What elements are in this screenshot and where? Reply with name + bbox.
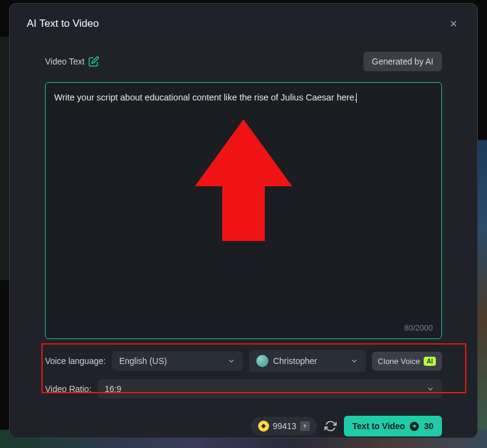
credits-icon: [258, 421, 269, 432]
language-value: English (US): [119, 356, 167, 366]
add-credits-button[interactable]: +: [300, 421, 310, 431]
chevron-down-icon: [227, 357, 236, 365]
voice-language-label: Voice language:: [45, 356, 106, 366]
modal-footer: 99413 + Text to Video 30: [27, 416, 460, 436]
generated-by-ai-button[interactable]: Generated by AI: [363, 52, 442, 71]
modal-content: Video Text Generated by AI Write your sc…: [27, 52, 460, 399]
clone-voice-label: Clone Voice: [378, 357, 420, 366]
video-ratio-label: Video Ratio:: [45, 384, 91, 394]
chevron-down-icon: [350, 357, 359, 365]
background-sidebar-fragment: [0, 37, 9, 280]
credits-pill[interactable]: 99413 +: [251, 417, 317, 435]
voice-name: Christopher: [273, 356, 317, 366]
character-count: 80/2000: [404, 323, 433, 332]
background-right-fragment: [478, 140, 487, 432]
credits-value: 99413: [273, 421, 296, 431]
modal-title: AI Text to Video: [27, 18, 99, 30]
edit-icon: [88, 56, 99, 67]
svg-marker-0: [195, 119, 292, 241]
voice-select[interactable]: Christopher: [249, 350, 366, 372]
video-text-label: Video Text: [45, 57, 85, 66]
script-textarea[interactable]: Write your script about educational cont…: [45, 82, 442, 339]
voice-select-value-group: Christopher: [256, 355, 317, 367]
text-to-video-label: Text to Video: [352, 421, 405, 431]
voice-avatar-icon: [256, 355, 268, 367]
video-text-header: Video Text Generated by AI: [45, 52, 442, 71]
text-cursor: [356, 93, 357, 103]
script-text: Write your script about educational cont…: [54, 93, 357, 102]
text-to-video-button[interactable]: Text to Video 30: [344, 416, 442, 436]
refresh-button[interactable]: [324, 420, 337, 432]
voice-language-row: Voice language: English (US) Christopher…: [45, 350, 442, 372]
video-ratio-value: 16:9: [105, 384, 121, 394]
modal-header: AI Text to Video: [27, 17, 460, 30]
text-to-video-cost: 30: [424, 421, 433, 431]
ai-text-to-video-modal: AI Text to Video Video Text Generated by…: [9, 3, 478, 438]
language-select[interactable]: English (US): [112, 351, 243, 371]
chevron-down-icon: [426, 385, 435, 393]
close-icon: [449, 19, 458, 29]
close-button[interactable]: [447, 17, 460, 30]
credits-cost-icon: [410, 422, 419, 431]
video-ratio-row: Video Ratio: 16:9: [45, 379, 442, 399]
video-ratio-select[interactable]: 16:9: [97, 379, 442, 399]
ai-badge: AI: [424, 357, 436, 366]
annotation-arrow-icon: [195, 119, 292, 241]
video-text-label-group: Video Text: [45, 56, 99, 67]
clone-voice-button[interactable]: Clone Voice AI: [372, 352, 442, 371]
